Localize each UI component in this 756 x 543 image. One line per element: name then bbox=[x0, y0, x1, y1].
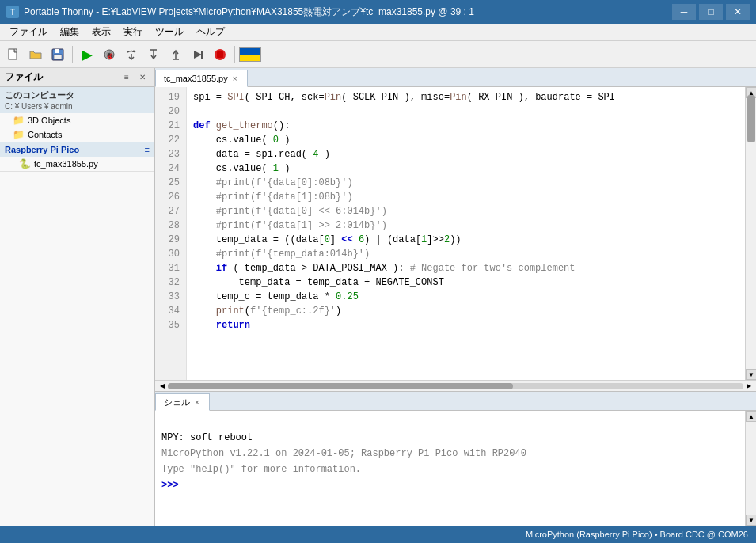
line-num: 29 bbox=[161, 233, 180, 247]
status-bar: MicroPython (Raspberry Pi Pico) • Board … bbox=[0, 526, 756, 543]
editor-horizontal-scrollbar[interactable]: ◀ ▶ bbox=[155, 380, 756, 391]
raspberry-pi-menu-icon: ≡ bbox=[145, 145, 150, 154]
pico-file-item[interactable]: 🐍 tc_max31855.py bbox=[0, 157, 154, 171]
shell-scroll-down[interactable]: ▼ bbox=[746, 515, 756, 526]
menu-run[interactable]: 実行 bbox=[117, 24, 149, 41]
line-num: 26 bbox=[161, 190, 180, 204]
separator-2 bbox=[234, 46, 235, 63]
editor-vertical-scrollbar[interactable]: ▲ ▼ bbox=[745, 87, 756, 380]
line-num: 22 bbox=[161, 133, 180, 147]
shell-tab[interactable]: シェル × bbox=[155, 393, 210, 411]
editor-tab-label: tc_max31855.py bbox=[164, 74, 228, 83]
shell-scroll-up[interactable]: ▲ bbox=[746, 411, 756, 422]
folder-icon: 📁 bbox=[13, 129, 25, 140]
line-num: 33 bbox=[161, 290, 180, 304]
status-text: MicroPython (Raspberry Pi Pico) • Board … bbox=[526, 530, 748, 539]
menu-edit[interactable]: 編集 bbox=[54, 24, 85, 41]
app-icon: T bbox=[6, 6, 19, 18]
this-computer-path: C: ¥ Users ¥ admin bbox=[5, 102, 73, 111]
menu-help[interactable]: ヘルプ bbox=[190, 24, 231, 41]
line-num: 21 bbox=[161, 119, 180, 133]
file-tree: このコンピュータ C: ¥ Users ¥ admin 📁 3D Objects… bbox=[0, 87, 154, 526]
svg-rect-3 bbox=[54, 55, 62, 59]
title-bar-left: T Portable Thonny - E:¥LabVIEW Projects¥… bbox=[6, 6, 474, 19]
line-num: 34 bbox=[161, 304, 180, 318]
shell-output[interactable]: MPY: soft reboot MicroPython v1.22.1 on … bbox=[155, 411, 745, 526]
toolbar: ▶ 🐞 bbox=[0, 41, 756, 68]
tree-item-label: Contacts bbox=[28, 130, 62, 139]
menu-tools[interactable]: ツール bbox=[149, 24, 190, 41]
menu-view[interactable]: 表示 bbox=[85, 24, 117, 41]
editor-tab-bar: tc_max31855.py × bbox=[155, 68, 756, 87]
open-file-button[interactable] bbox=[25, 44, 46, 65]
svg-marker-11 bbox=[194, 51, 202, 59]
new-file-button[interactable] bbox=[3, 44, 24, 65]
scroll-down-arrow[interactable]: ▼ bbox=[746, 369, 756, 380]
resume-button[interactable] bbox=[188, 44, 208, 65]
editor-panel: tc_max31855.py × 19 20 21 22 23 24 25 26 bbox=[155, 68, 756, 526]
h-scroll-thumb[interactable] bbox=[168, 383, 513, 389]
editor-tab-active[interactable]: tc_max31855.py × bbox=[155, 70, 248, 87]
line-num: 19 bbox=[161, 90, 180, 104]
svg-rect-2 bbox=[55, 49, 59, 53]
line-numbers: 19 20 21 22 23 24 25 26 27 28 29 30 31 3… bbox=[155, 87, 187, 380]
editor-with-scrollbar: 19 20 21 22 23 24 25 26 27 28 29 30 31 3… bbox=[155, 87, 756, 380]
files-panel-header: ファイル ≡ ✕ bbox=[0, 68, 154, 87]
step-out-button[interactable] bbox=[165, 44, 186, 65]
files-panel-title: ファイル bbox=[5, 70, 43, 84]
shell-panel: シェル × MPY: soft reboot MicroPython v1.22… bbox=[155, 391, 756, 526]
close-button[interactable]: ✕ bbox=[726, 4, 750, 20]
title-bar: T Portable Thonny - E:¥LabVIEW Projects¥… bbox=[0, 0, 756, 24]
this-computer-section: このコンピュータ C: ¥ Users ¥ admin 📁 3D Objects… bbox=[0, 87, 154, 142]
line-num: 28 bbox=[161, 218, 180, 233]
shell-tab-bar: シェル × bbox=[155, 392, 756, 411]
line-num: 35 bbox=[161, 318, 180, 332]
menu-file[interactable]: ファイル bbox=[3, 24, 54, 41]
folder-icon: 📁 bbox=[13, 115, 25, 126]
main-layout: ファイル ≡ ✕ このコンピュータ C: ¥ Users ¥ admin 📁 3… bbox=[0, 68, 756, 526]
stop-button[interactable] bbox=[210, 44, 230, 65]
raspberry-pi-label: Raspberry Pi Pico bbox=[5, 145, 79, 154]
h-scroll-right[interactable]: ▶ bbox=[743, 381, 754, 392]
line-num: 30 bbox=[161, 247, 180, 261]
shell-tab-label: シェル bbox=[164, 397, 190, 408]
this-computer-label: このコンピュータ bbox=[5, 90, 74, 100]
files-panel-menu-btn[interactable]: ≡ bbox=[120, 70, 134, 85]
run-button[interactable]: ▶ bbox=[77, 44, 97, 65]
shell-tab-close[interactable]: × bbox=[193, 398, 201, 407]
files-panel-close-btn[interactable]: ✕ bbox=[135, 70, 150, 85]
step-over-button[interactable] bbox=[121, 44, 142, 65]
separator-1 bbox=[72, 46, 73, 63]
pico-file-name: tc_max31855.py bbox=[34, 159, 98, 169]
svg-rect-14 bbox=[217, 51, 223, 58]
editor-tab-close[interactable]: × bbox=[231, 74, 239, 83]
step-into-button[interactable] bbox=[143, 44, 164, 65]
shell-vertical-scrollbar[interactable]: ▲ ▼ bbox=[745, 411, 756, 526]
code-editor[interactable]: spi = SPI( SPI_CH, sck=Pin( SCLK_PIN ), … bbox=[187, 87, 745, 380]
save-file-button[interactable] bbox=[47, 44, 68, 65]
line-num: 20 bbox=[161, 104, 180, 119]
svg-text:🐞: 🐞 bbox=[105, 51, 115, 60]
scroll-thumb[interactable] bbox=[747, 95, 755, 142]
shell-reboot-line: MPY: soft reboot bbox=[161, 430, 739, 446]
line-num: 27 bbox=[161, 204, 180, 218]
raspberry-pi-header[interactable]: Raspberry Pi Pico ≡ bbox=[0, 142, 154, 157]
shell-prompt: >>> bbox=[161, 477, 739, 493]
python-file-icon: 🐍 bbox=[19, 158, 31, 169]
debug-button[interactable]: 🐞 bbox=[99, 44, 120, 65]
minimize-button[interactable]: ─ bbox=[672, 4, 696, 20]
maximize-button[interactable]: □ bbox=[699, 4, 723, 20]
window-controls: ─ □ ✕ bbox=[672, 4, 750, 20]
ukraine-flag bbox=[239, 47, 261, 62]
tree-item-3dobjects[interactable]: 📁 3D Objects bbox=[0, 113, 154, 127]
h-scroll-left[interactable]: ◀ bbox=[157, 381, 168, 392]
shell-mpy-version: MicroPython v1.22.1 on 2024-01-05; Raspb… bbox=[161, 446, 739, 461]
line-num: 24 bbox=[161, 161, 180, 176]
h-scroll-track[interactable] bbox=[168, 383, 743, 389]
line-num: 31 bbox=[161, 261, 180, 275]
shell-line bbox=[161, 414, 739, 430]
this-computer-header[interactable]: このコンピュータ C: ¥ Users ¥ admin bbox=[0, 87, 154, 113]
raspberry-pi-section: Raspberry Pi Pico ≡ 🐍 tc_max31855.py bbox=[0, 142, 154, 172]
tree-item-contacts[interactable]: 📁 Contacts bbox=[0, 127, 154, 142]
menu-bar: ファイル 編集 表示 実行 ツール ヘルプ bbox=[0, 24, 756, 41]
